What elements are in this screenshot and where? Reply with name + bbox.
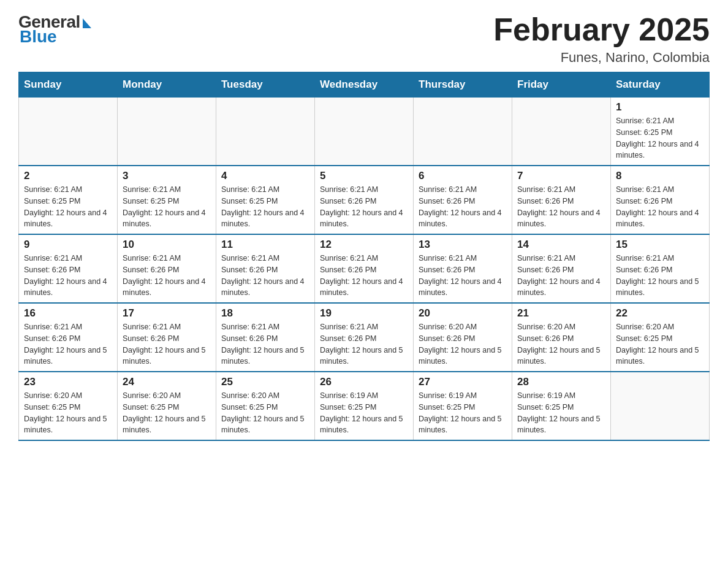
col-friday: Friday <box>512 72 611 98</box>
table-row: 10Sunrise: 6:21 AMSunset: 6:26 PMDayligh… <box>118 234 216 303</box>
table-row: 22Sunrise: 6:20 AMSunset: 6:25 PMDayligh… <box>611 303 710 372</box>
day-info: Sunrise: 6:21 AMSunset: 6:26 PMDaylight:… <box>221 253 309 299</box>
day-info: Sunrise: 6:21 AMSunset: 6:25 PMDaylight:… <box>616 115 704 161</box>
day-info: Sunrise: 6:20 AMSunset: 6:25 PMDaylight:… <box>123 390 211 436</box>
day-number: 16 <box>24 307 112 320</box>
month-title: February 2025 <box>493 12 710 47</box>
table-row: 11Sunrise: 6:21 AMSunset: 6:26 PMDayligh… <box>216 234 315 303</box>
day-number: 2 <box>24 170 112 182</box>
table-row <box>512 98 611 166</box>
col-saturday: Saturday <box>611 72 710 98</box>
location: Funes, Narino, Colombia <box>493 50 710 66</box>
table-row <box>414 98 512 166</box>
day-info: Sunrise: 6:21 AMSunset: 6:26 PMDaylight:… <box>616 253 704 299</box>
day-info: Sunrise: 6:21 AMSunset: 6:26 PMDaylight:… <box>320 184 408 230</box>
day-info: Sunrise: 6:21 AMSunset: 6:26 PMDaylight:… <box>24 253 112 299</box>
table-row: 26Sunrise: 6:19 AMSunset: 6:25 PMDayligh… <box>315 372 414 440</box>
title-area: February 2025 Funes, Narino, Colombia <box>493 12 710 66</box>
day-info: Sunrise: 6:21 AMSunset: 6:26 PMDaylight:… <box>616 184 704 230</box>
table-row: 23Sunrise: 6:20 AMSunset: 6:25 PMDayligh… <box>19 372 118 440</box>
day-info: Sunrise: 6:21 AMSunset: 6:25 PMDaylight:… <box>221 184 309 230</box>
table-row: 19Sunrise: 6:21 AMSunset: 6:26 PMDayligh… <box>315 303 414 372</box>
day-info: Sunrise: 6:19 AMSunset: 6:25 PMDaylight:… <box>517 390 605 436</box>
col-monday: Monday <box>118 72 216 98</box>
day-number: 7 <box>517 170 605 182</box>
day-info: Sunrise: 6:21 AMSunset: 6:26 PMDaylight:… <box>320 253 408 299</box>
table-row: 8Sunrise: 6:21 AMSunset: 6:26 PMDaylight… <box>611 166 710 234</box>
table-row: 12Sunrise: 6:21 AMSunset: 6:26 PMDayligh… <box>315 234 414 303</box>
day-info: Sunrise: 6:19 AMSunset: 6:25 PMDaylight:… <box>419 390 507 436</box>
col-thursday: Thursday <box>414 72 512 98</box>
day-number: 4 <box>221 170 309 182</box>
logo: General Blue <box>18 12 91 47</box>
day-info: Sunrise: 6:21 AMSunset: 6:25 PMDaylight:… <box>24 184 112 230</box>
day-number: 25 <box>221 376 309 388</box>
day-number: 19 <box>320 307 408 320</box>
table-row: 9Sunrise: 6:21 AMSunset: 6:26 PMDaylight… <box>19 234 118 303</box>
day-number: 26 <box>320 376 408 388</box>
calendar-header: Sunday Monday Tuesday Wednesday Thursday… <box>19 72 710 98</box>
col-tuesday: Tuesday <box>216 72 315 98</box>
day-info: Sunrise: 6:19 AMSunset: 6:25 PMDaylight:… <box>320 390 408 436</box>
day-number: 21 <box>517 307 605 320</box>
day-number: 14 <box>517 239 605 251</box>
day-info: Sunrise: 6:21 AMSunset: 6:26 PMDaylight:… <box>419 253 507 299</box>
table-row: 15Sunrise: 6:21 AMSunset: 6:26 PMDayligh… <box>611 234 710 303</box>
day-number: 17 <box>123 307 211 320</box>
calendar-week-3: 9Sunrise: 6:21 AMSunset: 6:26 PMDaylight… <box>19 234 710 303</box>
day-info: Sunrise: 6:21 AMSunset: 6:26 PMDaylight:… <box>123 253 211 299</box>
day-number: 24 <box>123 376 211 388</box>
table-row: 4Sunrise: 6:21 AMSunset: 6:25 PMDaylight… <box>216 166 315 234</box>
table-row: 6Sunrise: 6:21 AMSunset: 6:26 PMDaylight… <box>414 166 512 234</box>
day-info: Sunrise: 6:21 AMSunset: 6:26 PMDaylight:… <box>517 184 605 230</box>
day-info: Sunrise: 6:21 AMSunset: 6:26 PMDaylight:… <box>123 321 211 367</box>
day-number: 1 <box>616 101 704 113</box>
day-number: 22 <box>616 307 704 320</box>
table-row <box>216 98 315 166</box>
calendar-week-5: 23Sunrise: 6:20 AMSunset: 6:25 PMDayligh… <box>19 372 710 440</box>
day-info: Sunrise: 6:21 AMSunset: 6:25 PMDaylight:… <box>123 184 211 230</box>
table-row: 24Sunrise: 6:20 AMSunset: 6:25 PMDayligh… <box>118 372 216 440</box>
table-row: 7Sunrise: 6:21 AMSunset: 6:26 PMDaylight… <box>512 166 611 234</box>
table-row: 5Sunrise: 6:21 AMSunset: 6:26 PMDaylight… <box>315 166 414 234</box>
table-row <box>611 372 710 440</box>
day-number: 3 <box>123 170 211 182</box>
day-info: Sunrise: 6:21 AMSunset: 6:26 PMDaylight:… <box>320 321 408 367</box>
table-row: 2Sunrise: 6:21 AMSunset: 6:25 PMDaylight… <box>19 166 118 234</box>
logo-blue-text: Blue <box>20 27 57 47</box>
day-number: 15 <box>616 239 704 251</box>
day-number: 13 <box>419 239 507 251</box>
day-info: Sunrise: 6:20 AMSunset: 6:25 PMDaylight:… <box>221 390 309 436</box>
table-row: 3Sunrise: 6:21 AMSunset: 6:25 PMDaylight… <box>118 166 216 234</box>
day-number: 12 <box>320 239 408 251</box>
table-row: 28Sunrise: 6:19 AMSunset: 6:25 PMDayligh… <box>512 372 611 440</box>
day-number: 23 <box>24 376 112 388</box>
day-number: 5 <box>320 170 408 182</box>
calendar-table: Sunday Monday Tuesday Wednesday Thursday… <box>18 72 710 441</box>
day-info: Sunrise: 6:21 AMSunset: 6:26 PMDaylight:… <box>24 321 112 367</box>
table-row: 14Sunrise: 6:21 AMSunset: 6:26 PMDayligh… <box>512 234 611 303</box>
logo-triangle-icon <box>83 18 91 28</box>
calendar-week-1: 1Sunrise: 6:21 AMSunset: 6:25 PMDaylight… <box>19 98 710 166</box>
day-info: Sunrise: 6:20 AMSunset: 6:26 PMDaylight:… <box>419 321 507 367</box>
table-row: 13Sunrise: 6:21 AMSunset: 6:26 PMDayligh… <box>414 234 512 303</box>
col-sunday: Sunday <box>19 72 118 98</box>
table-row <box>118 98 216 166</box>
day-number: 9 <box>24 239 112 251</box>
day-info: Sunrise: 6:20 AMSunset: 6:25 PMDaylight:… <box>616 321 704 367</box>
table-row: 17Sunrise: 6:21 AMSunset: 6:26 PMDayligh… <box>118 303 216 372</box>
page-header: General Blue February 2025 Funes, Narino… <box>18 12 710 66</box>
calendar-week-2: 2Sunrise: 6:21 AMSunset: 6:25 PMDaylight… <box>19 166 710 234</box>
day-number: 20 <box>419 307 507 320</box>
calendar-week-4: 16Sunrise: 6:21 AMSunset: 6:26 PMDayligh… <box>19 303 710 372</box>
day-info: Sunrise: 6:20 AMSunset: 6:26 PMDaylight:… <box>517 321 605 367</box>
day-number: 18 <box>221 307 309 320</box>
table-row: 27Sunrise: 6:19 AMSunset: 6:25 PMDayligh… <box>414 372 512 440</box>
header-row: Sunday Monday Tuesday Wednesday Thursday… <box>19 72 710 98</box>
day-info: Sunrise: 6:21 AMSunset: 6:26 PMDaylight:… <box>517 253 605 299</box>
day-number: 10 <box>123 239 211 251</box>
day-number: 8 <box>616 170 704 182</box>
col-wednesday: Wednesday <box>315 72 414 98</box>
table-row: 16Sunrise: 6:21 AMSunset: 6:26 PMDayligh… <box>19 303 118 372</box>
table-row: 25Sunrise: 6:20 AMSunset: 6:25 PMDayligh… <box>216 372 315 440</box>
